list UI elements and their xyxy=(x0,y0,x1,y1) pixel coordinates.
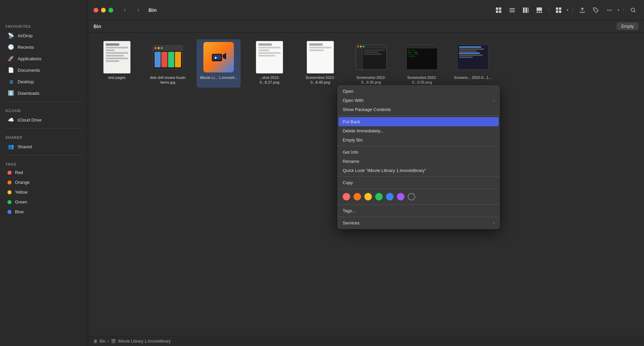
file-item-screenshot1[interactable]: ...shot 2022-0...8.27.png xyxy=(247,39,291,88)
svg-rect-14 xyxy=(556,7,558,10)
file-item-screenshot4[interactable]: $ ls -la drwx... 4096 -rw-r... file $ cd… xyxy=(400,39,444,88)
ctx-divider-3 xyxy=(337,176,500,177)
sidebar-item-tag-green[interactable]: Green xyxy=(2,197,86,207)
file-name: Screens... 2022-0...1... xyxy=(454,75,491,80)
ctx-color-purple[interactable] xyxy=(397,193,404,200)
column-view-button[interactable] xyxy=(520,5,531,16)
ctx-delete-immediately[interactable]: Delete Immediately... xyxy=(337,126,500,135)
sidebar-item-applications[interactable]: 🚀 Applications xyxy=(2,53,86,64)
tl-dot xyxy=(363,46,364,47)
ctx-color-orange[interactable] xyxy=(354,193,361,200)
file-name: Screenshot 2022-0...0.55.png xyxy=(403,75,441,85)
file-item-screenshot2[interactable]: Screenshot 2022-0...8.40.png xyxy=(298,39,342,88)
svg-rect-10 xyxy=(537,7,542,11)
sidebar-item-tag-blue[interactable]: Blue xyxy=(2,207,86,216)
tag-button[interactable] xyxy=(590,5,601,16)
doc-line xyxy=(106,55,124,57)
thumb-dot xyxy=(161,47,163,49)
ctx-put-back[interactable]: Put Back xyxy=(339,117,499,126)
statusbar: 🗑 Bin › 🎬 iMovie Library 1.imovielibrary xyxy=(88,336,644,346)
file-thumbnail: ▶ xyxy=(202,42,236,72)
ctx-services[interactable]: Services › xyxy=(337,218,500,228)
empty-button[interactable]: Empty xyxy=(617,22,639,30)
forward-button[interactable]: › xyxy=(134,5,143,15)
ctx-get-info[interactable]: Get Info xyxy=(337,148,500,157)
ctx-quick-look-label: Quick Look "iMovie Library 1.imovielibra… xyxy=(343,168,426,173)
sidebar-item-documents[interactable]: 📄 Documents xyxy=(2,65,86,75)
breadcrumb-file-icon: 🎬 xyxy=(111,339,116,344)
sidebar-item-airdrop[interactable]: 📡 AirDrop xyxy=(2,30,86,41)
pathbar: Bin Empty xyxy=(88,20,644,33)
terminal-thumbnail: $ ls -la drwx... 4096 -rw-r... file $ cd… xyxy=(406,45,438,70)
ctx-tags[interactable]: Tags... xyxy=(337,206,500,215)
ctx-divider-4 xyxy=(337,189,500,189)
thumb-content xyxy=(363,48,386,69)
svg-point-21 xyxy=(611,9,612,10)
svg-rect-2 xyxy=(496,10,498,13)
pages-thumbnail xyxy=(103,41,130,73)
list-view-button[interactable] xyxy=(507,5,518,16)
main-content: ‹ › Bin xyxy=(88,0,644,346)
share-button[interactable] xyxy=(577,5,588,16)
file-item-disk-drill[interactable]: disk drill review foudn items.jpg xyxy=(146,39,190,88)
file-item-test-pages[interactable]: test.pages xyxy=(95,39,139,88)
doc-line xyxy=(309,47,331,48)
svg-rect-8 xyxy=(525,7,527,13)
close-button[interactable] xyxy=(94,8,98,13)
thumb-dot xyxy=(158,47,160,49)
code-line xyxy=(459,48,484,50)
icon-view-button[interactable] xyxy=(493,5,504,16)
ctx-color-red[interactable] xyxy=(343,193,350,200)
back-button[interactable]: ‹ xyxy=(120,5,129,15)
tags-label: Tags xyxy=(0,158,88,168)
ctx-open-with[interactable]: Open With › xyxy=(337,96,500,105)
file-thumbnail xyxy=(253,42,286,72)
ctx-rename[interactable]: Rename xyxy=(337,157,500,166)
minimize-button[interactable] xyxy=(101,8,106,13)
file-name: disk drill review foudn items.jpg xyxy=(148,75,187,85)
sidebar-item-desktop[interactable]: 🖥 Desktop xyxy=(2,76,86,87)
applications-icon: 🚀 xyxy=(7,55,14,62)
favourites-label: Favourites xyxy=(0,20,88,30)
gallery-view-button[interactable] xyxy=(534,5,545,16)
ctx-color-green[interactable] xyxy=(375,193,383,200)
sidebar-divider-1 xyxy=(5,102,82,102)
svg-rect-17 xyxy=(559,10,561,13)
ctx-divider-2 xyxy=(337,146,500,146)
thumb-cell xyxy=(161,52,167,67)
sidebar-item-downloads[interactable]: ⬇️ Downloads xyxy=(2,88,86,99)
sidebar-item-tag-red[interactable]: Red xyxy=(2,168,86,177)
tag-yellow-dot xyxy=(7,190,12,194)
breadcrumb-separator: › xyxy=(107,339,109,344)
sidebar-item-recents[interactable]: 🕐 Recents xyxy=(2,42,86,52)
svg-point-20 xyxy=(609,9,610,10)
ctx-color-yellow[interactable] xyxy=(364,193,372,200)
more-button[interactable] xyxy=(604,5,615,16)
sidebar-item-tag-orange[interactable]: Orange xyxy=(2,178,86,187)
window-title: Bin xyxy=(148,7,157,13)
search-button[interactable] xyxy=(628,5,639,16)
sidebar-item-label: Documents xyxy=(18,68,40,73)
sidebar-item-tag-yellow[interactable]: Yellow xyxy=(2,188,86,197)
ctx-empty-bin[interactable]: Empty Bin xyxy=(337,135,500,145)
file-item-imovie[interactable]: ▶ iMovie Li... 1.imovieli... xyxy=(197,39,241,88)
document-icon: 📄 xyxy=(7,67,14,73)
ctx-quick-look[interactable]: Quick Look "iMovie Library 1.imovielibra… xyxy=(337,166,500,175)
file-item-screenshot3[interactable]: Screenshot 2022-0...9.35.png xyxy=(349,39,393,88)
ctx-copy[interactable]: Copy xyxy=(337,178,500,187)
group-button[interactable] xyxy=(553,5,564,16)
file-name: Screenshot 2022-0...9.35.png xyxy=(352,75,390,85)
ctx-open[interactable]: Open xyxy=(337,87,500,96)
svg-rect-7 xyxy=(523,7,525,13)
svg-rect-13 xyxy=(541,12,542,13)
maximize-button[interactable] xyxy=(108,8,113,13)
doc-line xyxy=(258,43,272,46)
ctx-show-package[interactable]: Show Package Contents xyxy=(337,105,500,114)
file-item-screenshot5[interactable]: Screens... 2022-0...1... xyxy=(451,39,495,88)
sidebar-item-shared[interactable]: 👥 Shared xyxy=(2,141,86,152)
thumb-toolbar xyxy=(153,46,182,50)
ctx-color-none[interactable] xyxy=(408,193,415,200)
ctx-color-blue[interactable] xyxy=(386,193,394,200)
ctx-color-picker xyxy=(337,190,500,203)
sidebar-item-icloud-drive[interactable]: ☁️ iCloud Drive xyxy=(2,114,86,125)
